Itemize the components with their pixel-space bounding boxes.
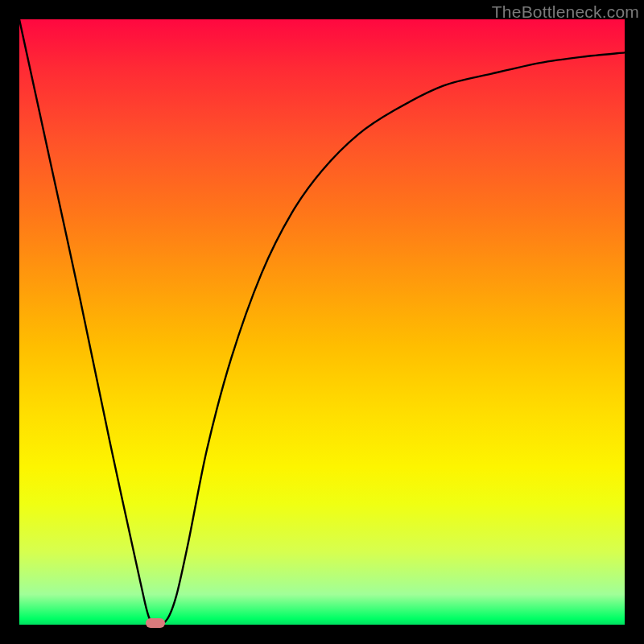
curve-svg: [19, 19, 625, 625]
bottleneck-curve: [19, 19, 625, 625]
plot-area: [19, 19, 625, 625]
chart-container: TheBottleneck.com: [0, 0, 644, 644]
optimal-marker: [146, 618, 165, 628]
